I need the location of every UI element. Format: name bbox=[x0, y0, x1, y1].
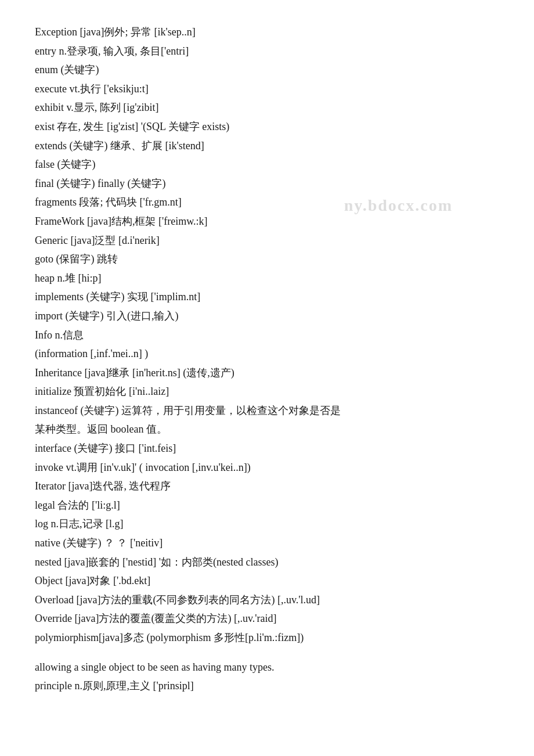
entry-native: native (关键字) ？ ？ ['neitiv] bbox=[35, 534, 499, 552]
entry-goto: goto (保留字) 跳转 bbox=[35, 250, 499, 268]
entry-principle: principle n.原则,原理,主义 ['prinsipl] bbox=[35, 677, 499, 695]
entry-inheritance: Inheritance [java]继承 [in'herit.ns] (遗传,遗… bbox=[35, 364, 499, 382]
entry-exception: Exception [java]例外; 异常 [ik'sep..n] bbox=[35, 23, 499, 41]
entry-invoke: invoke vt.调用 [in'v.uk]' ( invocation [,i… bbox=[35, 459, 499, 477]
entry-import: import (关键字) 引入(进口,输入) bbox=[35, 307, 499, 325]
entry-false: false (关键字) bbox=[35, 156, 499, 174]
entry-exhibit: exhibit v.显示, 陈列 [ig'zibit] bbox=[35, 99, 499, 117]
entry-extends: extends (关键字) 继承、扩展 [ik'stend] bbox=[35, 137, 499, 155]
entry-entry: entry n.登录项, 输入项, 条目['entri] bbox=[35, 42, 499, 60]
entry-framework: FrameWork [java]结构,框架 ['freimw.:k] bbox=[35, 213, 499, 231]
entry-polymiorphism: polymiorphism[java]多态 (polymorphism 多形性[… bbox=[35, 629, 499, 647]
entry-enum: enum (关键字) bbox=[35, 61, 499, 79]
entry-generic: Generic [java]泛型 [d.i'nerik] bbox=[35, 232, 499, 250]
entry-iterator: Iterator [java]迭代器, 迭代程序 bbox=[35, 477, 499, 495]
entry-initialize: initialize 预置初始化 [i'ni..laiz] bbox=[35, 383, 499, 401]
entry-instanceof-line2: 某种类型。返回 boolean 值。 bbox=[35, 420, 499, 438]
main-content: ny.bdocx.com Exception [java]例外; 异常 [ik'… bbox=[35, 23, 499, 695]
entry-instanceof-line1: instanceof (关键字) 运算符，用于引用变量，以检查这个对象是否是 bbox=[35, 402, 499, 420]
paragraph-spacer bbox=[35, 648, 499, 658]
entry-info: Info n.信息 bbox=[35, 326, 499, 344]
entry-interface: interface (关键字) 接口 ['int.feis] bbox=[35, 440, 499, 458]
entry-overload: Overload [java]方法的重载(不同参数列表的同名方法) [,.uv.… bbox=[35, 591, 499, 609]
entry-allowing: allowing a single object to be seen as h… bbox=[35, 658, 499, 676]
entry-nested: nested [java]嵌套的 ['nestid] '如：内部类(nested… bbox=[35, 553, 499, 571]
entry-legal: legal 合法的 ['li:g.l] bbox=[35, 496, 499, 514]
entry-heap: heap n.堆 [hi:p] bbox=[35, 269, 499, 287]
entry-log: log n.日志,记录 [l.g] bbox=[35, 515, 499, 533]
entry-implements: implements (关键字) 实现 ['implim.nt] bbox=[35, 288, 499, 306]
entry-override: Override [java]方法的覆盖(覆盖父类的方法) [,.uv.'rai… bbox=[35, 610, 499, 628]
entry-object: Object [java]对象 ['.bd.ekt] bbox=[35, 572, 499, 590]
entry-exist: exist 存在, 发生 [ig'zist] '(SQL 关键字 exists) bbox=[35, 118, 499, 136]
entry-information: (information [,inf.'mei..n] ) bbox=[35, 345, 499, 363]
entry-final: final (关键字) finally (关键字) bbox=[35, 175, 499, 193]
entry-execute: execute vt.执行 ['eksikju:t] bbox=[35, 80, 499, 98]
entry-fragments: fragments 段落; 代码块 ['fr.gm.nt] bbox=[35, 193, 499, 211]
